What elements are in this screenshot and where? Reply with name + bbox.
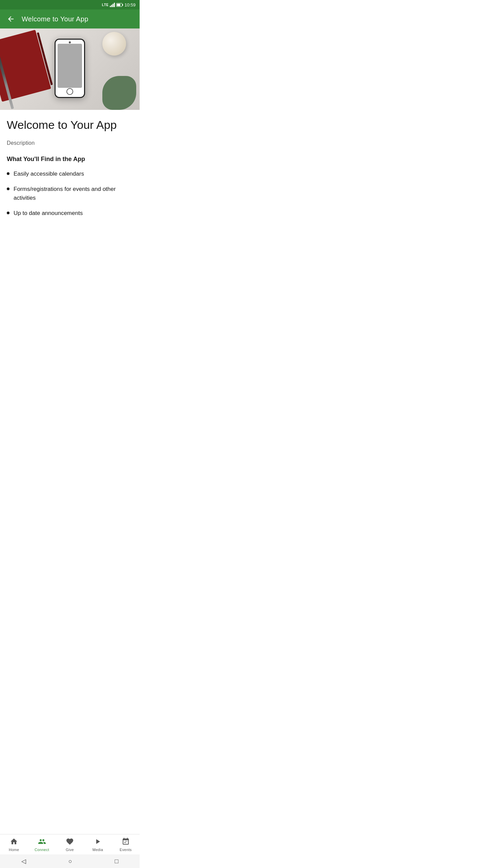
phone-decoration	[55, 39, 85, 98]
description-label: Description	[7, 140, 133, 146]
bullet-icon	[7, 212, 9, 214]
hero-image	[0, 28, 140, 110]
app-bar: Welcome to Your App	[0, 9, 140, 28]
status-icons: LTE 10:59	[102, 2, 136, 7]
signal-icon	[110, 2, 115, 7]
status-bar: LTE 10:59	[0, 0, 140, 9]
list-item: Easily accessible calendars	[7, 170, 133, 178]
battery-icon	[116, 3, 123, 7]
lte-indicator: LTE	[102, 3, 109, 7]
app-bar-title: Welcome to Your App	[22, 15, 88, 23]
feature-text: Up to date announcements	[14, 209, 83, 218]
feature-list: Easily accessible calendars Forms/regist…	[7, 170, 133, 218]
list-item: Forms/registrations for events and other…	[7, 185, 133, 202]
bullet-icon	[7, 172, 9, 175]
back-button[interactable]	[5, 14, 16, 24]
bullet-icon	[7, 188, 9, 190]
globe-decoration	[102, 32, 126, 56]
feature-text: Easily accessible calendars	[14, 170, 84, 178]
feature-text: Forms/registrations for events and other…	[14, 185, 133, 202]
page-title: Welcome to Your App	[7, 118, 133, 132]
list-item: Up to date announcements	[7, 209, 133, 218]
main-content: Welcome to Your App Description What You…	[0, 110, 140, 233]
plant-decoration	[99, 69, 140, 110]
status-time: 10:59	[124, 2, 136, 7]
features-heading: What You'll Find in the App	[7, 156, 133, 163]
